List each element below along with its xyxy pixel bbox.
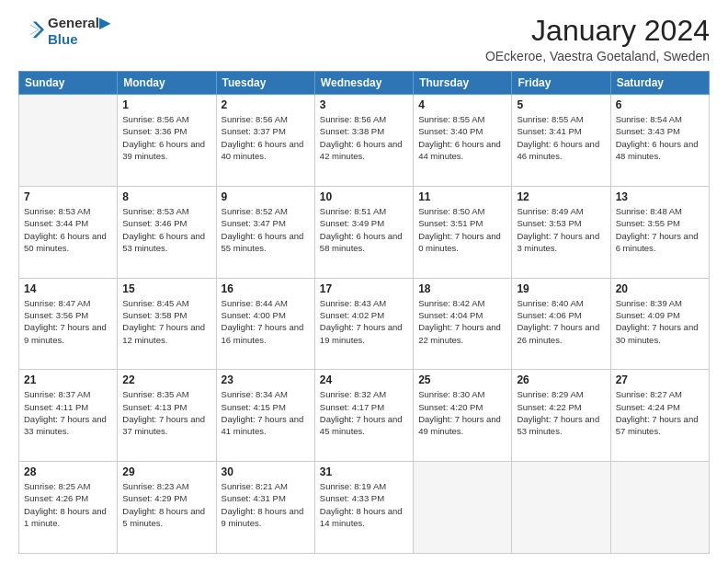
day-header-thursday: Thursday	[414, 72, 512, 95]
day-number: 22	[122, 373, 210, 386]
calendar-cell	[512, 462, 610, 554]
day-number: 18	[418, 282, 506, 295]
calendar-cell: 7Sunrise: 8:53 AMSunset: 3:44 PMDaylight…	[19, 186, 118, 278]
day-info: Sunrise: 8:56 AMSunset: 3:37 PMDaylight:…	[222, 113, 310, 162]
calendar-cell: 15Sunrise: 8:45 AMSunset: 3:58 PMDayligh…	[118, 278, 216, 370]
day-info: Sunrise: 8:25 AMSunset: 4:26 PMDaylight:…	[24, 480, 112, 529]
day-info: Sunrise: 8:50 AMSunset: 3:51 PMDaylight:…	[418, 205, 506, 254]
day-header-friday: Friday	[512, 72, 610, 95]
calendar-header-row: SundayMondayTuesdayWednesdayThursdayFrid…	[19, 72, 710, 95]
day-number: 3	[320, 98, 408, 111]
day-number: 9	[222, 190, 310, 203]
calendar-cell: 26Sunrise: 8:29 AMSunset: 4:22 PMDayligh…	[512, 370, 610, 462]
calendar-cell: 14Sunrise: 8:47 AMSunset: 3:56 PMDayligh…	[19, 278, 118, 370]
calendar-cell: 11Sunrise: 8:50 AMSunset: 3:51 PMDayligh…	[414, 186, 512, 278]
page: General▶ Blue January 2024 OEckeroe, Vae…	[0, 0, 728, 563]
day-number: 11	[418, 190, 506, 203]
calendar-cell: 22Sunrise: 8:35 AMSunset: 4:13 PMDayligh…	[118, 370, 216, 462]
day-info: Sunrise: 8:42 AMSunset: 4:04 PMDaylight:…	[418, 297, 506, 346]
day-number: 16	[222, 282, 310, 295]
day-number: 30	[222, 465, 310, 478]
day-number: 27	[616, 373, 704, 386]
day-info: Sunrise: 8:19 AMSunset: 4:33 PMDaylight:…	[320, 480, 408, 529]
day-info: Sunrise: 8:53 AMSunset: 3:44 PMDaylight:…	[24, 205, 112, 254]
main-title: January 2024	[485, 15, 710, 47]
day-info: Sunrise: 8:29 AMSunset: 4:22 PMDaylight:…	[517, 388, 605, 437]
day-header-saturday: Saturday	[610, 72, 709, 95]
day-info: Sunrise: 8:30 AMSunset: 4:20 PMDaylight:…	[418, 388, 506, 437]
day-number: 7	[24, 190, 112, 203]
day-info: Sunrise: 8:53 AMSunset: 3:46 PMDaylight:…	[122, 205, 210, 254]
calendar-cell: 1Sunrise: 8:56 AMSunset: 3:36 PMDaylight…	[118, 95, 216, 187]
calendar-cell: 3Sunrise: 8:56 AMSunset: 3:38 PMDaylight…	[314, 95, 413, 187]
day-number: 12	[517, 190, 605, 203]
calendar-cell	[414, 462, 512, 554]
day-info: Sunrise: 8:55 AMSunset: 3:40 PMDaylight:…	[418, 113, 506, 162]
calendar-cell: 25Sunrise: 8:30 AMSunset: 4:20 PMDayligh…	[414, 370, 512, 462]
day-info: Sunrise: 8:35 AMSunset: 4:13 PMDaylight:…	[122, 388, 210, 437]
logo-text: General▶ Blue	[48, 15, 110, 48]
day-header-wednesday: Wednesday	[314, 72, 413, 95]
day-info: Sunrise: 8:54 AMSunset: 3:43 PMDaylight:…	[616, 113, 704, 162]
day-number: 14	[24, 282, 112, 295]
calendar-cell: 30Sunrise: 8:21 AMSunset: 4:31 PMDayligh…	[216, 462, 314, 554]
title-block: January 2024 OEckeroe, Vaestra Goetaland…	[485, 15, 710, 63]
day-info: Sunrise: 8:49 AMSunset: 3:53 PMDaylight:…	[517, 205, 605, 254]
day-info: Sunrise: 8:34 AMSunset: 4:15 PMDaylight:…	[222, 388, 310, 437]
calendar-table: SundayMondayTuesdayWednesdayThursdayFrid…	[18, 71, 710, 554]
day-header-tuesday: Tuesday	[216, 72, 314, 95]
day-number: 20	[616, 282, 704, 295]
calendar-week-row: 1Sunrise: 8:56 AMSunset: 3:36 PMDaylight…	[19, 95, 710, 187]
day-info: Sunrise: 8:44 AMSunset: 4:00 PMDaylight:…	[222, 297, 310, 346]
calendar-cell: 10Sunrise: 8:51 AMSunset: 3:49 PMDayligh…	[314, 186, 413, 278]
day-number: 15	[122, 282, 210, 295]
subtitle: OEckeroe, Vaestra Goetaland, Sweden	[485, 49, 710, 63]
calendar-cell: 21Sunrise: 8:37 AMSunset: 4:11 PMDayligh…	[19, 370, 118, 462]
day-number: 10	[320, 190, 408, 203]
day-number: 26	[517, 373, 605, 386]
calendar-cell: 4Sunrise: 8:55 AMSunset: 3:40 PMDaylight…	[414, 95, 512, 187]
day-number: 5	[517, 98, 605, 111]
day-number: 2	[222, 98, 310, 111]
calendar-cell: 13Sunrise: 8:48 AMSunset: 3:55 PMDayligh…	[610, 186, 709, 278]
day-number: 1	[122, 98, 210, 111]
logo-icon	[18, 18, 44, 44]
day-info: Sunrise: 8:21 AMSunset: 4:31 PMDaylight:…	[222, 480, 310, 529]
day-number: 8	[122, 190, 210, 203]
day-info: Sunrise: 8:55 AMSunset: 3:41 PMDaylight:…	[517, 113, 605, 162]
calendar-cell: 16Sunrise: 8:44 AMSunset: 4:00 PMDayligh…	[216, 278, 314, 370]
day-header-sunday: Sunday	[19, 72, 118, 95]
calendar-cell: 31Sunrise: 8:19 AMSunset: 4:33 PMDayligh…	[314, 462, 413, 554]
day-info: Sunrise: 8:45 AMSunset: 3:58 PMDaylight:…	[122, 297, 210, 346]
day-info: Sunrise: 8:56 AMSunset: 3:38 PMDaylight:…	[320, 113, 408, 162]
calendar-cell: 24Sunrise: 8:32 AMSunset: 4:17 PMDayligh…	[314, 370, 413, 462]
calendar-week-row: 21Sunrise: 8:37 AMSunset: 4:11 PMDayligh…	[19, 370, 710, 462]
calendar-cell: 18Sunrise: 8:42 AMSunset: 4:04 PMDayligh…	[414, 278, 512, 370]
day-number: 6	[616, 98, 704, 111]
day-info: Sunrise: 8:39 AMSunset: 4:09 PMDaylight:…	[616, 297, 704, 346]
day-header-monday: Monday	[118, 72, 216, 95]
day-info: Sunrise: 8:47 AMSunset: 3:56 PMDaylight:…	[24, 297, 112, 346]
calendar-week-row: 7Sunrise: 8:53 AMSunset: 3:44 PMDaylight…	[19, 186, 710, 278]
calendar-week-row: 28Sunrise: 8:25 AMSunset: 4:26 PMDayligh…	[19, 462, 710, 554]
calendar-cell: 19Sunrise: 8:40 AMSunset: 4:06 PMDayligh…	[512, 278, 610, 370]
day-number: 21	[24, 373, 112, 386]
calendar-cell: 28Sunrise: 8:25 AMSunset: 4:26 PMDayligh…	[19, 462, 118, 554]
calendar-cell: 12Sunrise: 8:49 AMSunset: 3:53 PMDayligh…	[512, 186, 610, 278]
day-info: Sunrise: 8:37 AMSunset: 4:11 PMDaylight:…	[24, 388, 112, 437]
calendar-cell: 6Sunrise: 8:54 AMSunset: 3:43 PMDaylight…	[610, 95, 709, 187]
day-info: Sunrise: 8:40 AMSunset: 4:06 PMDaylight:…	[517, 297, 605, 346]
day-info: Sunrise: 8:43 AMSunset: 4:02 PMDaylight:…	[320, 297, 408, 346]
calendar-cell	[19, 95, 118, 187]
calendar-cell: 23Sunrise: 8:34 AMSunset: 4:15 PMDayligh…	[216, 370, 314, 462]
day-info: Sunrise: 8:23 AMSunset: 4:29 PMDaylight:…	[122, 480, 210, 529]
day-number: 4	[418, 98, 506, 111]
calendar-cell	[610, 462, 709, 554]
day-number: 24	[320, 373, 408, 386]
calendar-cell: 20Sunrise: 8:39 AMSunset: 4:09 PMDayligh…	[610, 278, 709, 370]
calendar-cell: 29Sunrise: 8:23 AMSunset: 4:29 PMDayligh…	[118, 462, 216, 554]
day-number: 19	[517, 282, 605, 295]
day-info: Sunrise: 8:27 AMSunset: 4:24 PMDaylight:…	[616, 388, 704, 437]
calendar-cell: 5Sunrise: 8:55 AMSunset: 3:41 PMDaylight…	[512, 95, 610, 187]
day-number: 31	[320, 465, 408, 478]
